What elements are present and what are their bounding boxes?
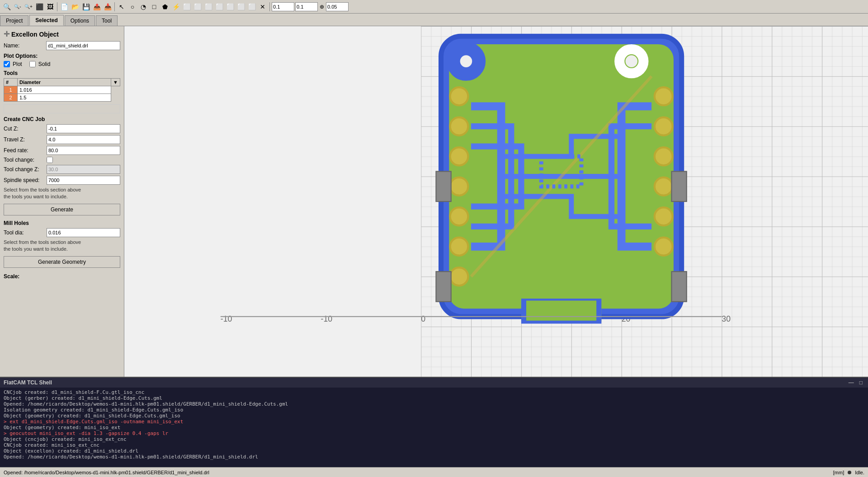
table-row[interactable]: 1 1.016 [4,86,120,94]
tool-diameter-1: 1.016 [18,86,111,94]
shell-minimize-button[interactable]: — [847,379,856,386]
buffer6-button[interactable]: ⬜ [236,2,246,12]
svg-point-28 [460,55,472,67]
svg-point-30 [626,55,638,67]
rect-tool-button[interactable]: □ [149,2,159,12]
new-button[interactable]: 📄 [59,2,69,12]
clear-plot-button[interactable]: 🖼 [45,2,55,12]
svg-point-24 [655,178,673,196]
status-dot [848,471,851,474]
zoom-out-button[interactable]: 🔍- [13,2,23,12]
empty-tool-row [4,104,120,113]
name-input[interactable] [46,41,120,50]
name-label: Name: [4,42,44,49]
shell-maximize-button[interactable]: □ [858,379,864,386]
replot-button[interactable]: ⬛ [34,2,44,12]
svg-point-26 [655,238,673,256]
coord-icon: ⊕ [320,4,324,10]
open-button[interactable]: 📂 [70,2,80,12]
zoom-in-button[interactable]: 🔍+ [24,2,33,12]
tool-dia-input[interactable] [47,228,120,237]
coord-y-input[interactable] [295,2,318,11]
svg-point-20 [450,267,468,285]
path-tool-button[interactable]: ⚡ [171,2,181,12]
tools-col-dropdown[interactable]: ▼ [111,79,120,86]
circle-tool-button[interactable]: ○ [127,2,137,12]
svg-text:-10: -10 [221,314,232,323]
svg-rect-12 [526,300,596,320]
buffer5-button[interactable]: ⬜ [225,2,235,12]
plot-checkbox[interactable] [4,61,10,67]
tool-change-checkbox[interactable] [47,157,53,163]
shell-line: > geocutout mini_iso_ext -dia 1.3 -gapsi… [4,430,864,436]
feed-rate-label: Feed rate: [4,147,47,154]
tabbar: Project Selected Options Tool [0,14,868,26]
svg-point-17 [450,178,468,196]
solid-checkbox[interactable] [29,61,36,67]
shell-output[interactable]: CNCjob created: d1_mini_shield-F.Cu.gtl_… [0,388,868,467]
coord-x-input[interactable] [272,2,294,11]
svg-point-19 [450,238,468,256]
tool-dia-row: Tool dia: [4,228,120,237]
arc-tool-button[interactable]: ◔ [138,2,148,12]
svg-point-21 [655,87,673,105]
cut-z-row: Cut Z: [4,124,120,133]
feed-rate-row: Feed rate: [4,146,120,155]
left-panel-scroll[interactable]: ✛ Excellon Object Name: Plot Options: Pl… [0,26,124,377]
tools-label: Tools [4,70,120,76]
panel-title: ✛ Excellon Object [4,30,120,38]
generate-button[interactable]: Generate [4,204,120,215]
status-idle: Idle. [855,470,864,475]
import-button[interactable]: 📥 [103,2,113,12]
buffer2-button[interactable]: ⬜ [193,2,203,12]
feed-rate-input[interactable] [47,146,120,155]
table-row[interactable]: 2 1.5 [4,94,120,102]
tab-tool[interactable]: Tool [96,15,118,26]
shell-line: CNCjob created: d1_mini_shield-F.Cu.gtl_… [4,389,864,395]
spindle-speed-input[interactable] [47,176,120,185]
save-button[interactable]: 💾 [81,2,91,12]
shell-line: Object (geometry) created: mini_iso_ext [4,425,864,430]
toolbar-sep-3 [269,2,270,11]
svg-rect-33 [436,271,451,302]
export-button[interactable]: 📤 [92,2,102,12]
tool-diameter-2: 1.5 [18,94,111,102]
tool-change-z-input[interactable] [47,165,120,174]
spindle-speed-label: Spindle speed: [4,177,47,183]
status-message: Opened: /home/ricardo/Desktop/wemos-d1-m… [4,470,209,475]
tools-table: # Diameter ▼ 1 1.016 2 1.5 [4,78,120,102]
select-tools-help: Select from the tools section abovethe t… [4,187,120,201]
delete-button[interactable]: ✕ [258,2,268,12]
buffer4-button[interactable]: ⬜ [214,2,224,12]
zoom-fit-button[interactable]: 🔍 [2,2,12,12]
select-tool-button[interactable]: ↖ [117,2,127,12]
canvas-area[interactable]: -10 -10 0 10 20 30 [124,26,868,377]
coord-z-input[interactable] [326,2,349,11]
tools-col-num: # [4,79,18,86]
shell-controls: — □ [847,379,864,386]
toolbar-sep-2 [114,2,115,11]
cut-z-input[interactable] [47,124,120,133]
shell-line: Object (gerber) created: d1_mini_shield-… [4,395,864,401]
tool-num-1: 1 [4,86,18,94]
buffer3-button[interactable]: ⬜ [203,2,213,12]
travel-z-input[interactable] [47,135,120,144]
toolbar-sep-1 [57,2,57,11]
svg-text:-10: -10 [321,314,333,323]
pcb-canvas: -10 -10 0 10 20 30 [124,26,868,377]
polygon-tool-button[interactable]: ⬟ [160,2,170,12]
cut-z-label: Cut Z: [4,126,47,132]
buffer1-button[interactable]: ⬜ [182,2,192,12]
name-row: Name: [4,41,120,50]
tool-change-label: Tool change: [4,157,47,163]
buffer7-button[interactable]: ⬜ [247,2,257,12]
svg-rect-34 [672,171,687,201]
tool-change-row: Tool change: [4,157,120,163]
generate-geometry-button[interactable]: Generate Geometry [4,256,120,268]
shell-line: Isolation geometry created: d1_mini_shie… [4,407,864,413]
tab-selected[interactable]: Selected [29,15,63,26]
tab-project[interactable]: Project [0,15,28,26]
tab-options[interactable]: Options [65,15,95,26]
shell-panel: FlatCAM TCL Shell — □ CNCjob created: d1… [0,377,868,467]
svg-point-18 [450,207,468,225]
